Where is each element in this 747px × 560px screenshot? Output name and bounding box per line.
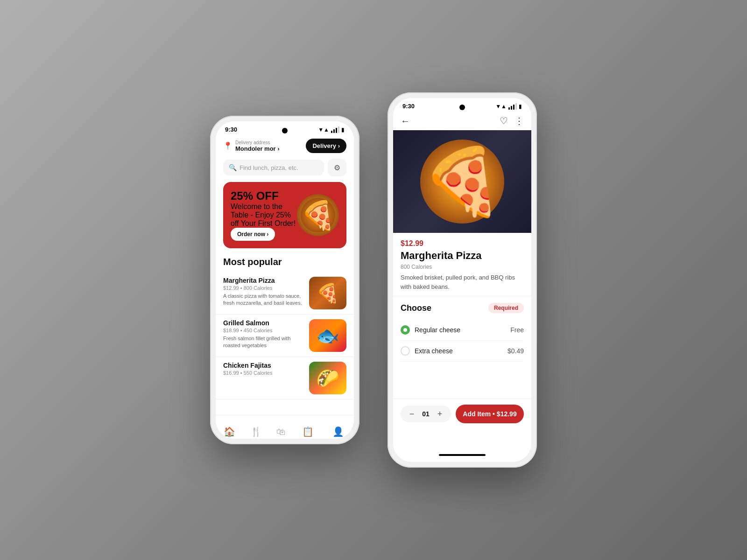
- order-now-button[interactable]: Order now ›: [231, 228, 275, 241]
- choose-header: Choose Required: [401, 303, 524, 313]
- item-info: $12.99 Margherita Pizza 800 Calories Smo…: [393, 233, 531, 296]
- back-button[interactable]: ←: [401, 116, 410, 126]
- promo-subtitle: Welcome to the Table - Enjoy 25% off You…: [231, 203, 297, 228]
- delivery-address: Mondoler mor ›: [235, 145, 280, 152]
- search-input-wrap[interactable]: 🔍 Find lunch, pizza, etc.: [223, 160, 324, 175]
- delivery-address-block: Delivery address Mondoler mor ›: [235, 140, 280, 152]
- nav-account[interactable]: 👤 Account: [330, 426, 346, 439]
- status-bar-detail: 9:30 ▼▲ ▮: [393, 98, 531, 112]
- option-price-regular: Free: [510, 326, 524, 334]
- signal-bar-4: [338, 126, 339, 133]
- search-placeholder: Find lunch, pizza, etc.: [240, 164, 298, 171]
- search-icon: 🔍: [229, 164, 237, 171]
- item-price: $12.99: [401, 239, 524, 248]
- signal-bars: [331, 126, 339, 133]
- bottom-action-bar: − 01 + Add Item • $12.99: [393, 399, 531, 429]
- delivery-type-button[interactable]: Delivery ›: [306, 139, 346, 153]
- detail-header-icons: ♡ ⋮: [500, 115, 524, 126]
- nav-cart-label: Cart: [277, 438, 286, 439]
- menu-item-name-1: Grilled Salmon: [223, 319, 303, 327]
- nav-orders[interactable]: 📋 Orders: [301, 426, 315, 439]
- menu-item-image-fajita: 🌮: [309, 362, 346, 394]
- radio-regular-cheese[interactable]: [401, 325, 410, 335]
- menu-item-name-2: Chicken Fajitas: [223, 362, 303, 369]
- option-left-extra: Extra cheese: [401, 346, 453, 356]
- search-area: 🔍 Find lunch, pizza, etc. ⚙: [216, 159, 354, 182]
- signal-bar-d2: [511, 106, 512, 110]
- home-indicator-2: [439, 454, 486, 456]
- promo-discount: 25% OFF: [231, 189, 297, 203]
- battery-icon: ▮: [341, 126, 345, 133]
- home-content: 📍 Delivery address Mondoler mor › Delive…: [216, 135, 354, 415]
- battery-icon-2: ▮: [519, 103, 522, 110]
- promo-pizza-image: [297, 194, 339, 236]
- menu-item-meta-2: $16.99 • 550 Calories: [223, 370, 303, 376]
- promo-text: 25% OFF Welcome to the Table - Enjoy 25%…: [231, 189, 297, 241]
- nav-home[interactable]: 🏠 Home: [223, 426, 236, 439]
- status-icons-detail: ▼▲ ▮: [495, 103, 522, 110]
- delivery-info[interactable]: 📍 Delivery address Mondoler mor ›: [223, 140, 280, 152]
- quantity-increase-button[interactable]: +: [435, 409, 444, 419]
- bottom-navigation: 🏠 Home 🍴 Menu 🛍 Cart 📋 Orders 👤 Account: [216, 415, 354, 439]
- nav-cart[interactable]: 🛍 Cart: [276, 427, 286, 439]
- option-extra-cheese[interactable]: Extra cheese $0.49: [401, 341, 524, 362]
- wifi-icon-2: ▼▲: [495, 103, 507, 110]
- signal-bar-d3: [513, 105, 514, 110]
- section-title-popular: Most popular: [216, 255, 354, 272]
- menu-item-info-margherita: Margherita Pizza $12.99 • 800 Calories A…: [223, 277, 303, 307]
- menu-item-info-fajita: Chicken Fajitas $16.99 • 550 Calories: [223, 362, 303, 378]
- option-name-regular: Regular cheese: [415, 326, 460, 334]
- menu-item-salmon[interactable]: Grilled Salmon $18.99 • 450 Calories Fre…: [216, 315, 354, 357]
- nav-menu[interactable]: 🍴 Menu: [250, 426, 262, 439]
- signal-bars-2: [508, 103, 517, 110]
- menu-item-fajita[interactable]: Chicken Fajitas $16.99 • 550 Calories 🌮: [216, 357, 354, 399]
- cart-icon: 🛍: [276, 427, 286, 437]
- menu-item-meta-1: $18.99 • 450 Calories: [223, 328, 303, 333]
- quantity-value: 01: [421, 410, 430, 418]
- phone-home: 9:30 ▼▲ ▮ 📍 Delivery address: [210, 116, 359, 444]
- phone-detail: 9:30 ▼▲ ▮ ← ♡ ⋮: [388, 92, 537, 468]
- signal-bar-d4: [515, 103, 517, 110]
- signal-bar-2: [333, 129, 335, 133]
- status-time-home: 9:30: [225, 126, 237, 133]
- menu-item-info-salmon: Grilled Salmon $18.99 • 450 Calories Fre…: [223, 319, 303, 350]
- choose-label: Choose: [401, 303, 431, 313]
- filter-button[interactable]: ⚙: [328, 159, 346, 176]
- quantity-control: − 01 +: [401, 406, 451, 422]
- orders-icon: 📋: [302, 426, 314, 437]
- option-price-extra: $0.49: [507, 347, 524, 355]
- quantity-decrease-button[interactable]: −: [407, 409, 416, 419]
- menu-item-desc-1: Fresh salmon fillet grilled with roasted…: [223, 335, 303, 350]
- item-description: Smoked brisket, pulled pork, and BBQ rib…: [401, 273, 524, 291]
- status-bar-home: 9:30 ▼▲ ▮: [216, 121, 354, 135]
- add-item-button[interactable]: Add Item • $12.99: [456, 405, 524, 423]
- pizza-hero-image: [393, 130, 531, 233]
- account-icon: 👤: [332, 426, 344, 437]
- more-options-button[interactable]: ⋮: [514, 115, 524, 126]
- home-icon: 🏠: [224, 426, 235, 437]
- promo-banner[interactable]: 25% OFF Welcome to the Table - Enjoy 25%…: [223, 182, 346, 248]
- option-name-extra: Extra cheese: [415, 347, 453, 355]
- camera-notch: [282, 128, 288, 133]
- menu-icon: 🍴: [250, 426, 262, 437]
- menu-item-margherita[interactable]: Margherita Pizza $12.99 • 800 Calories A…: [216, 272, 354, 315]
- nav-orders-label: Orders: [301, 438, 315, 439]
- favorite-button[interactable]: ♡: [500, 115, 508, 126]
- option-regular-cheese[interactable]: Regular cheese Free: [401, 320, 524, 341]
- menu-item-meta-0: $12.99 • 800 Calories: [223, 285, 303, 291]
- radio-extra-cheese[interactable]: [401, 346, 410, 356]
- menu-item-image-salmon: 🐟: [309, 319, 346, 352]
- location-icon: 📍: [223, 141, 233, 150]
- option-left-regular: Regular cheese: [401, 325, 460, 335]
- required-badge: Required: [488, 303, 524, 313]
- signal-bar-3: [336, 128, 337, 133]
- menu-item-image-margherita: 🍕: [309, 277, 346, 309]
- choose-section: Choose Required Regular cheese Free Extr…: [393, 296, 531, 368]
- home-header: 📍 Delivery address Mondoler mor › Delive…: [216, 135, 354, 159]
- nav-account-label: Account: [330, 438, 346, 439]
- wifi-icon: ▼▲: [318, 126, 329, 133]
- nav-home-label: Home: [223, 438, 236, 439]
- item-calories: 800 Calories: [401, 264, 524, 270]
- delivery-label: Delivery address: [235, 140, 280, 145]
- detail-content: ← ♡ ⋮ $12.99 Margherita Pizza 800 Calori…: [393, 112, 531, 452]
